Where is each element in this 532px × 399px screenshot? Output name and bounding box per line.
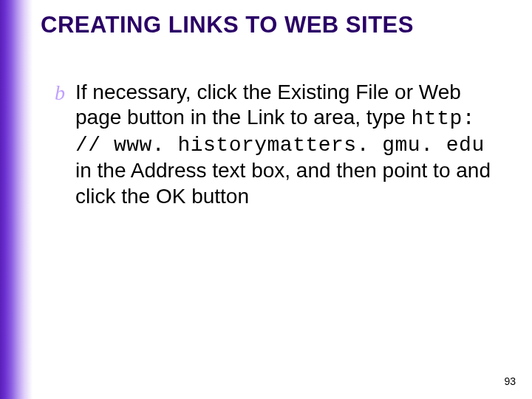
slide-title: CREATING LINKS TO WEB SITES (41, 12, 414, 38)
body-text-pre: If necessary, click the Existing File or… (75, 81, 461, 129)
side-gradient-decoration (0, 0, 33, 399)
bullet-text: If necessary, click the Existing File or… (75, 80, 498, 209)
bullet-icon: b (55, 81, 75, 105)
page-number: 93 (504, 375, 516, 387)
body-area: b If necessary, click the Existing File … (55, 80, 498, 209)
slide: CREATING LINKS TO WEB SITES b If necessa… (0, 0, 532, 399)
bullet-item: b If necessary, click the Existing File … (55, 80, 498, 209)
body-text-post: in the Address text box, and then point … (75, 159, 491, 207)
